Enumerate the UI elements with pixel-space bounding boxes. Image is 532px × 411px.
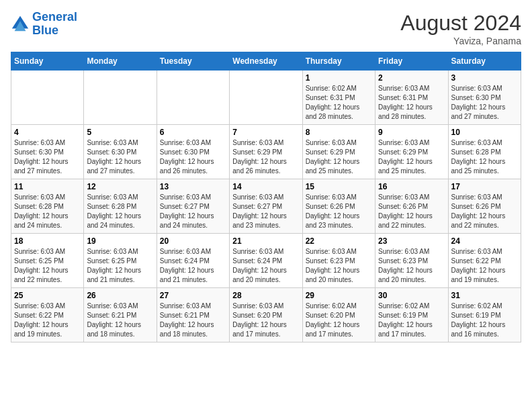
weekday-header-sunday: Sunday [11, 52, 84, 71]
day-info: Sunrise: 6:02 AMSunset: 6:19 PMDaylight:… [378, 302, 445, 339]
calendar-week-row: 25Sunrise: 6:03 AMSunset: 6:22 PMDayligh… [11, 288, 521, 342]
calendar-cell: 11Sunrise: 6:03 AMSunset: 6:28 PMDayligh… [11, 179, 84, 234]
logo-icon [11, 15, 30, 34]
page-header: General Blue August 2024 Yaviza, Panama [11, 11, 521, 46]
day-number: 10 [451, 128, 518, 137]
day-info: Sunrise: 6:03 AMSunset: 6:26 PMDaylight:… [451, 193, 518, 230]
calendar-table: SundayMondayTuesdayWednesdayThursdayFrid… [11, 52, 521, 342]
day-info: Sunrise: 6:03 AMSunset: 6:29 PMDaylight:… [378, 138, 445, 176]
day-info: Sunrise: 6:02 AMSunset: 6:31 PMDaylight:… [306, 84, 372, 122]
day-info: Sunrise: 6:02 AMSunset: 6:20 PMDaylight:… [306, 302, 372, 339]
day-number: 25 [14, 291, 81, 300]
calendar-cell: 26Sunrise: 6:03 AMSunset: 6:21 PMDayligh… [84, 288, 157, 342]
day-number: 27 [160, 291, 226, 300]
title-block: August 2024 Yaviza, Panama [400, 11, 521, 46]
day-number: 2 [378, 73, 445, 83]
calendar-cell: 22Sunrise: 6:03 AMSunset: 6:23 PMDayligh… [302, 234, 375, 288]
calendar-cell: 19Sunrise: 6:03 AMSunset: 6:25 PMDayligh… [84, 234, 157, 288]
calendar-cell: 10Sunrise: 6:03 AMSunset: 6:28 PMDayligh… [448, 125, 521, 179]
day-info: Sunrise: 6:03 AMSunset: 6:26 PMDaylight:… [306, 193, 372, 230]
calendar-cell: 18Sunrise: 6:03 AMSunset: 6:25 PMDayligh… [11, 234, 84, 288]
day-number: 9 [378, 128, 445, 137]
day-info: Sunrise: 6:03 AMSunset: 6:28 PMDaylight:… [14, 193, 81, 230]
day-info: Sunrise: 6:03 AMSunset: 6:31 PMDaylight:… [378, 84, 445, 122]
day-number: 1 [306, 73, 372, 83]
day-info: Sunrise: 6:03 AMSunset: 6:26 PMDaylight:… [378, 193, 445, 230]
day-info: Sunrise: 6:03 AMSunset: 6:21 PMDaylight:… [160, 302, 226, 339]
calendar-cell: 5Sunrise: 6:03 AMSunset: 6:30 PMDaylight… [84, 125, 157, 179]
day-info: Sunrise: 6:03 AMSunset: 6:20 PMDaylight:… [232, 302, 299, 339]
calendar-cell: 6Sunrise: 6:03 AMSunset: 6:30 PMDaylight… [157, 125, 229, 179]
weekday-header-tuesday: Tuesday [157, 52, 229, 71]
logo: General Blue [11, 11, 77, 38]
calendar-cell: 21Sunrise: 6:03 AMSunset: 6:24 PMDayligh… [230, 234, 302, 288]
calendar-cell: 31Sunrise: 6:02 AMSunset: 6:19 PMDayligh… [448, 288, 521, 342]
calendar-week-row: 11Sunrise: 6:03 AMSunset: 6:28 PMDayligh… [11, 179, 521, 234]
month-year: August 2024 [400, 11, 521, 36]
day-info: Sunrise: 6:03 AMSunset: 6:27 PMDaylight:… [232, 193, 299, 230]
day-info: Sunrise: 6:03 AMSunset: 6:25 PMDaylight:… [14, 247, 81, 285]
day-number: 5 [87, 128, 153, 137]
day-number: 16 [378, 182, 445, 191]
weekday-header-thursday: Thursday [302, 52, 375, 71]
day-info: Sunrise: 6:03 AMSunset: 6:30 PMDaylight:… [14, 138, 81, 176]
day-number: 12 [87, 182, 153, 191]
day-number: 4 [14, 128, 81, 137]
day-number: 17 [451, 182, 518, 191]
day-info: Sunrise: 6:03 AMSunset: 6:27 PMDaylight:… [160, 193, 226, 230]
calendar-cell: 1Sunrise: 6:02 AMSunset: 6:31 PMDaylight… [302, 71, 375, 125]
calendar-cell [11, 71, 84, 125]
calendar-cell: 28Sunrise: 6:03 AMSunset: 6:20 PMDayligh… [230, 288, 302, 342]
calendar-cell: 24Sunrise: 6:03 AMSunset: 6:22 PMDayligh… [448, 234, 521, 288]
calendar-cell: 9Sunrise: 6:03 AMSunset: 6:29 PMDaylight… [375, 125, 448, 179]
day-number: 3 [451, 73, 518, 83]
calendar-cell: 2Sunrise: 6:03 AMSunset: 6:31 PMDaylight… [375, 71, 448, 125]
day-info: Sunrise: 6:02 AMSunset: 6:19 PMDaylight:… [451, 302, 518, 339]
day-number: 31 [451, 291, 518, 300]
day-info: Sunrise: 6:03 AMSunset: 6:30 PMDaylight:… [160, 138, 226, 176]
day-number: 8 [306, 128, 372, 137]
day-number: 23 [378, 236, 445, 246]
day-info: Sunrise: 6:03 AMSunset: 6:21 PMDaylight:… [87, 302, 153, 339]
logo-text: General Blue [32, 11, 77, 38]
day-info: Sunrise: 6:03 AMSunset: 6:28 PMDaylight:… [451, 138, 518, 176]
weekday-header-wednesday: Wednesday [230, 52, 302, 71]
weekday-header-saturday: Saturday [448, 52, 521, 71]
weekday-header-monday: Monday [84, 52, 157, 71]
day-info: Sunrise: 6:03 AMSunset: 6:29 PMDaylight:… [232, 138, 299, 176]
day-info: Sunrise: 6:03 AMSunset: 6:23 PMDaylight:… [378, 247, 445, 285]
calendar-cell [157, 71, 229, 125]
day-number: 14 [232, 182, 299, 191]
day-number: 15 [306, 182, 372, 191]
calendar-cell: 4Sunrise: 6:03 AMSunset: 6:30 PMDaylight… [11, 125, 84, 179]
calendar-cell: 14Sunrise: 6:03 AMSunset: 6:27 PMDayligh… [230, 179, 302, 234]
calendar-cell: 25Sunrise: 6:03 AMSunset: 6:22 PMDayligh… [11, 288, 84, 342]
day-number: 6 [160, 128, 226, 137]
calendar-cell: 30Sunrise: 6:02 AMSunset: 6:19 PMDayligh… [375, 288, 448, 342]
calendar-cell: 17Sunrise: 6:03 AMSunset: 6:26 PMDayligh… [448, 179, 521, 234]
location: Yaviza, Panama [400, 36, 521, 46]
day-number: 21 [232, 236, 299, 246]
day-number: 28 [232, 291, 299, 300]
day-number: 18 [14, 236, 81, 246]
day-info: Sunrise: 6:03 AMSunset: 6:23 PMDaylight:… [306, 247, 372, 285]
day-info: Sunrise: 6:03 AMSunset: 6:30 PMDaylight:… [87, 138, 153, 176]
day-info: Sunrise: 6:03 AMSunset: 6:29 PMDaylight:… [306, 138, 372, 176]
calendar-cell: 20Sunrise: 6:03 AMSunset: 6:24 PMDayligh… [157, 234, 229, 288]
calendar-cell: 16Sunrise: 6:03 AMSunset: 6:26 PMDayligh… [375, 179, 448, 234]
calendar-cell [84, 71, 157, 125]
day-info: Sunrise: 6:03 AMSunset: 6:28 PMDaylight:… [87, 193, 153, 230]
weekday-header-row: SundayMondayTuesdayWednesdayThursdayFrid… [11, 52, 521, 71]
calendar-cell: 3Sunrise: 6:03 AMSunset: 6:30 PMDaylight… [448, 71, 521, 125]
calendar-week-row: 4Sunrise: 6:03 AMSunset: 6:30 PMDaylight… [11, 125, 521, 179]
day-number: 30 [378, 291, 445, 300]
day-number: 20 [160, 236, 226, 246]
day-number: 11 [14, 182, 81, 191]
calendar-cell: 7Sunrise: 6:03 AMSunset: 6:29 PMDaylight… [230, 125, 302, 179]
day-number: 22 [306, 236, 372, 246]
day-info: Sunrise: 6:03 AMSunset: 6:22 PMDaylight:… [451, 247, 518, 285]
day-info: Sunrise: 6:03 AMSunset: 6:24 PMDaylight:… [160, 247, 226, 285]
calendar-cell: 8Sunrise: 6:03 AMSunset: 6:29 PMDaylight… [302, 125, 375, 179]
day-number: 7 [232, 128, 299, 137]
calendar-cell: 23Sunrise: 6:03 AMSunset: 6:23 PMDayligh… [375, 234, 448, 288]
